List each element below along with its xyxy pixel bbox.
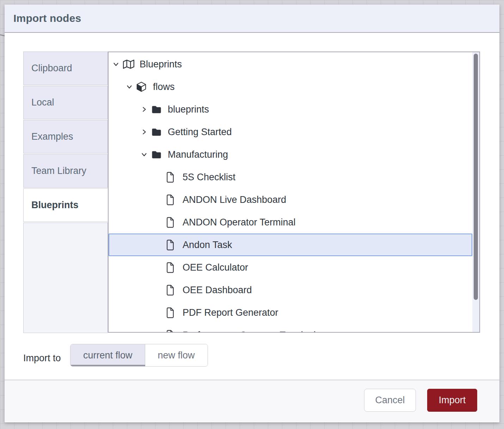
sidebar-tab-team-library[interactable]: Team Library (23, 154, 108, 188)
tree-node-label: Getting Started (168, 127, 232, 138)
tree-node-label: blueprints (168, 104, 209, 115)
chevron-right-icon[interactable] (140, 105, 149, 113)
tree-row[interactable]: Getting Started (109, 121, 472, 143)
tree-node-label: Blueprints (140, 59, 182, 70)
import-button[interactable]: Import (427, 389, 477, 412)
file-icon (166, 307, 179, 318)
cancel-button[interactable]: Cancel (364, 389, 416, 412)
tree-row[interactable]: OEE Dashboard (109, 279, 472, 301)
library-source-tabs: ClipboardLocalExamplesTeam LibraryBluepr… (23, 52, 108, 333)
chevron-right-icon[interactable] (140, 128, 149, 136)
dialog-header: Import nodes (5, 5, 499, 33)
tree-node-label: flows (153, 81, 175, 92)
dialog-footer: Cancel Import (5, 380, 499, 422)
chevron-down-icon[interactable] (112, 60, 121, 68)
tree-row[interactable]: PDF Report Generator (109, 301, 472, 324)
file-icon (166, 240, 179, 250)
tree-row[interactable]: flows (109, 75, 472, 98)
import-target-toggle: current flownew flow (70, 344, 208, 367)
chevron-down-icon[interactable] (140, 151, 149, 158)
file-icon (166, 172, 179, 183)
sidebar-tab-examples[interactable]: Examples (23, 120, 108, 153)
dialog-body: ClipboardLocalExamplesTeam LibraryBluepr… (5, 33, 499, 380)
tree-row[interactable]: Manufacturing (109, 143, 472, 166)
tree-row[interactable]: 5S Checklist (109, 166, 472, 188)
tree-row[interactable]: ANDON Operator Terminal (109, 211, 472, 234)
tree-node-label: Andon Task (183, 240, 232, 250)
library-tree-panel: BlueprintsflowsblueprintsGetting Started… (108, 52, 480, 333)
library-tree: BlueprintsflowsblueprintsGetting Started… (109, 52, 479, 333)
file-icon (166, 217, 179, 228)
sidebar-tab-local[interactable]: Local (23, 86, 108, 119)
tree-node-label: ANDON Operator Terminal (183, 217, 296, 228)
toggle-option-new-flow[interactable]: new flow (145, 344, 208, 366)
sidebar-tab-clipboard[interactable]: Clipboard (23, 52, 108, 85)
file-icon (166, 262, 179, 273)
cube-icon (136, 81, 149, 92)
folder-icon (151, 127, 164, 137)
tree-row[interactable]: ANDON Live Dashboard (109, 188, 472, 211)
tree-row[interactable]: OEE Calculator (109, 256, 472, 279)
tree-node-label: 5S Checklist (183, 172, 235, 183)
scrollbar-thumb[interactable] (474, 54, 478, 300)
tree-node-label: Manufacturing (168, 149, 228, 160)
folder-icon (151, 105, 164, 114)
tree-scrollbar[interactable] (472, 52, 479, 332)
file-icon (166, 330, 179, 333)
sidebar-tab-blueprints[interactable]: Blueprints (23, 188, 108, 222)
map-icon (123, 59, 136, 70)
tree-node-label: Performance Operator Terminal (183, 330, 316, 333)
chevron-down-icon[interactable] (125, 83, 135, 91)
toggle-option-current-flow[interactable]: current flow (70, 344, 145, 366)
tree-row[interactable]: Andon Task (109, 234, 472, 256)
sidebar-tab-filler (23, 223, 108, 333)
tree-row[interactable]: blueprints (109, 98, 472, 121)
folder-icon (151, 150, 164, 159)
tree-row[interactable]: Performance Operator Terminal (109, 324, 472, 333)
tree-node-label: PDF Report Generator (183, 307, 278, 318)
tree-node-label: OEE Calculator (183, 262, 248, 273)
dialog-title: Import nodes (13, 12, 81, 24)
file-icon (166, 285, 179, 296)
tree-node-label: OEE Dashboard (183, 285, 252, 296)
import-to-label: Import to (23, 347, 61, 369)
tree-node-label: ANDON Live Dashboard (183, 194, 286, 205)
file-icon (166, 194, 179, 205)
tree-row[interactable]: Blueprints (109, 53, 472, 75)
import-nodes-dialog: Import nodes ClipboardLocalExamplesTeam … (5, 5, 499, 422)
